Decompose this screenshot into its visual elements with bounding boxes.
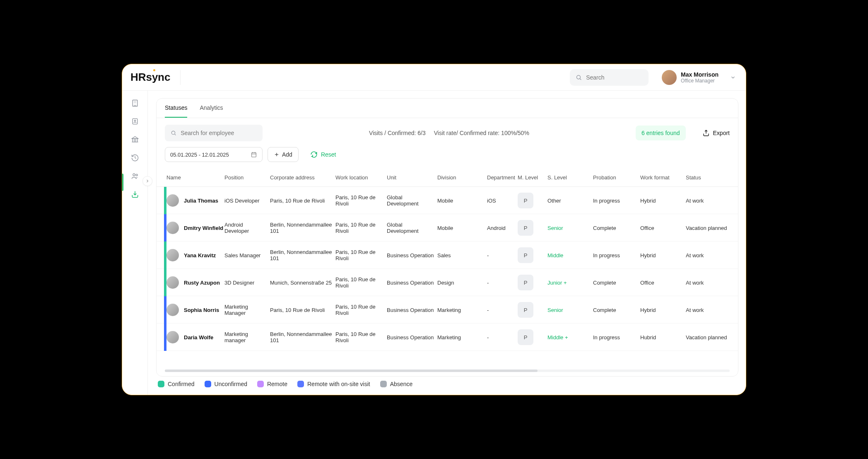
cell-slevel: Senior (547, 307, 593, 313)
cell-slevel: Middle + (547, 334, 593, 341)
legend-remote-onsite: Remote with on-site visit (307, 381, 370, 387)
table-row[interactable]: Sophia Norris Marketing Manager Paris, 1… (157, 296, 738, 324)
col-name[interactable]: Name (166, 174, 224, 181)
sidebar-expand-toggle[interactable] (142, 176, 152, 186)
mlevel-pill: P (518, 193, 533, 208)
sidebar-item-id[interactable] (127, 114, 143, 129)
stat-visits: Visits / Confirmed: 6/3 (369, 130, 426, 136)
col-probation[interactable]: Probation (593, 174, 640, 181)
col-mlevel[interactable]: M. Level (518, 174, 547, 181)
user-name: Max Morrison (681, 71, 719, 78)
logo-text-a: HRs (130, 71, 152, 84)
user-menu[interactable]: Max Morrison Office Manager (662, 70, 736, 85)
svg-rect-2 (133, 100, 137, 106)
date-range-picker[interactable]: 05.01.2025 - 12.01.2025 (165, 147, 263, 162)
cell-unit: Global Development (387, 222, 437, 234)
history-icon (131, 154, 139, 162)
cell-slevel: Other (547, 198, 593, 204)
cell-slevel: Junior + (547, 280, 593, 286)
mlevel-pill: P (518, 329, 533, 345)
col-status[interactable]: Status (686, 174, 735, 181)
cell-work: Paris, 10 Rue de Rivoli (335, 222, 387, 234)
mlevel-pill: P (518, 247, 533, 263)
cell-dept: Android (487, 225, 518, 231)
global-search[interactable] (570, 69, 649, 86)
employee-name: Sophia Norris (184, 307, 219, 313)
col-format[interactable]: Work format (640, 174, 686, 181)
legend: Confirmed Unconfirmed Remote Remote with… (156, 377, 738, 395)
user-role: Office Manager (681, 78, 719, 84)
swatch-remote (257, 381, 264, 387)
logo-text-b: nc (158, 71, 170, 84)
export-button[interactable]: Export (702, 129, 730, 137)
table-row[interactable]: Yana Kravitz Sales Manager Berlin, Nonne… (157, 242, 738, 269)
cell-position: Android Developer (224, 222, 270, 234)
svg-point-17 (133, 174, 135, 176)
plus-icon (274, 152, 280, 157)
cell-probation: In progress (593, 252, 640, 258)
cell-status: Vacation planned (686, 334, 735, 341)
swatch-remote-onsite (297, 381, 304, 387)
sidebar-item-people[interactable] (127, 168, 143, 184)
table-row[interactable]: Julia Thomas iOS Developer Paris, 10 Rue… (157, 187, 738, 214)
legend-absence: Absence (390, 381, 412, 387)
table-row[interactable]: Rusty Azupon 3D Designer Munich, Sonnens… (157, 269, 738, 296)
col-position[interactable]: Position (224, 174, 270, 181)
employee-name: Rusty Azupon (184, 280, 220, 286)
tabs: Statuses Analytics (157, 99, 738, 118)
user-avatar (662, 70, 677, 85)
cell-position: 3D Designer (224, 280, 270, 286)
cell-corp: Berlin, Nonnendammallee 101 (270, 249, 335, 261)
cell-division: Design (437, 280, 487, 286)
sidebar-active-indicator (122, 174, 123, 191)
cell-format: Office (640, 225, 686, 231)
cell-division: Marketing (437, 307, 487, 313)
employee-avatar (166, 194, 179, 207)
svg-point-18 (136, 174, 137, 176)
cell-probation: Complete (593, 280, 640, 286)
col-division[interactable]: Division (437, 174, 487, 181)
building-icon (131, 99, 139, 107)
tab-analytics[interactable]: Analytics (200, 99, 223, 118)
employee-avatar (166, 331, 179, 343)
horizontal-scrollbar[interactable] (165, 370, 730, 372)
cell-status: At work (686, 307, 735, 313)
sidebar-item-attendance[interactable] (127, 186, 143, 202)
sidebar-item-org[interactable] (127, 95, 143, 111)
employee-name: Julia Thomas (184, 198, 218, 204)
col-work[interactable]: Work location (335, 174, 387, 181)
cell-unit: Business Operation (387, 307, 437, 313)
svg-point-19 (171, 131, 175, 134)
cell-corp: Paris, 10 Rue de Rivoli (270, 307, 335, 313)
add-button[interactable]: Add (268, 147, 299, 162)
employee-search-input[interactable] (181, 130, 257, 136)
sidebar-item-history[interactable] (127, 150, 143, 166)
table-row[interactable]: Dmitry Winfield Android Developer Berlin… (157, 214, 738, 242)
table-header: Name Position Corporate address Work loc… (157, 169, 738, 187)
table-row[interactable]: Daria Wolfe Marketing manager Berlin, No… (157, 324, 738, 351)
svg-rect-21 (252, 152, 256, 157)
col-unit[interactable]: Unit (387, 174, 437, 181)
employee-avatar (166, 249, 179, 261)
date-range-value: 05.01.2025 - 12.01.2025 (170, 152, 229, 158)
svg-marker-11 (132, 137, 138, 139)
cell-unit: Business Operation (387, 280, 437, 286)
reset-button[interactable]: Reset (310, 151, 336, 158)
col-dept[interactable]: Department (487, 174, 518, 181)
col-slevel[interactable]: S. Level (547, 174, 593, 181)
sidebar-item-bank[interactable] (127, 132, 143, 147)
employee-name: Yana Kravitz (184, 252, 216, 258)
tab-statuses[interactable]: Statuses (165, 99, 187, 118)
export-icon (702, 129, 710, 137)
col-corp[interactable]: Corporate address (270, 174, 335, 181)
cell-work: Paris, 10 Rue de Rivoli (335, 249, 387, 261)
cell-dept: - (487, 252, 518, 258)
employee-search[interactable] (165, 125, 263, 141)
cell-corp: Berlin, Nonnendammallee 101 (270, 331, 335, 343)
chevron-down-icon (730, 75, 736, 80)
global-search-input[interactable] (586, 74, 643, 81)
cell-dept: - (487, 280, 518, 286)
add-label: Add (282, 151, 292, 158)
mlevel-pill: P (518, 220, 533, 236)
refresh-icon (310, 151, 318, 158)
